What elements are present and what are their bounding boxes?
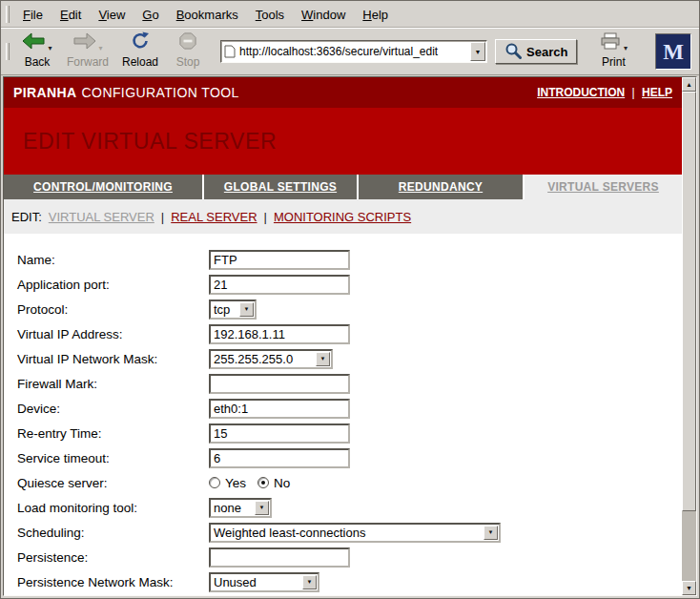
form-row: Re-entry Time: [17,421,682,445]
subnav: EDIT: VIRTUAL SERVER | REAL SERVER | MON… [4,199,682,234]
scrollbar-thumb[interactable] [682,92,696,511]
tab-bar: CONTROL/MONITORING GLOBAL SETTINGS REDUN… [4,175,682,199]
scheduling-select[interactable]: Weighted least-connections ▼ [209,523,501,543]
firewall-mark-input[interactable] [209,374,350,394]
url-bar: ▼ [220,40,487,63]
select-value: Weighted least-connections [211,526,484,540]
field-label: Persistence Network Mask: [17,575,209,589]
piranha-page: PIRANHACONFIGURATION TOOL INTRODUCTION |… [4,77,682,595]
reload-icon [131,31,150,53]
radio-label: No [274,476,290,490]
field-label: Re-entry Time: [17,426,209,441]
mozilla-logo[interactable]: M [655,33,691,70]
scroll-up-button[interactable]: ▲ [682,77,696,92]
search-label: Search [526,45,567,59]
menu-window[interactable]: Window [293,5,354,25]
print-icon [600,32,621,53]
form-row: Load monitoring tool: none ▼ [17,495,682,520]
vertical-scrollbar[interactable]: ▲ ▼ [682,77,696,595]
form-row: Device: [17,396,682,421]
field-label: Virtual IP Network Mask: [17,352,209,366]
menu-help[interactable]: Help [354,5,397,25]
service-timeout-input[interactable] [209,448,350,468]
menu-view[interactable]: View [90,5,134,25]
print-button[interactable]: ▾ Print [592,32,634,71]
protocol-select[interactable]: tcp ▼ [209,300,257,320]
search-icon [504,42,522,62]
subnav-monitoring-scripts[interactable]: MONITORING SCRIPTS [274,210,411,224]
tab-virtual-servers[interactable]: VIRTUAL SERVERS [525,175,682,199]
chevron-down-icon: ▼ [484,526,498,540]
reentry-time-input[interactable] [209,423,350,444]
select-value: 255.255.255.0 [211,352,316,366]
field-label: Virtual IP Address: [17,327,209,341]
form-row: Firewall Mark: [17,371,682,396]
tab-global-settings[interactable]: GLOBAL SETTINGS [204,175,357,199]
field-label: Protocol: [17,302,209,317]
back-dropdown-caret[interactable]: ▾ [48,44,51,53]
menu-file[interactable]: File [14,5,51,25]
subnav-separator: | [161,210,164,224]
menu-tools[interactable]: Tools [247,5,293,25]
header-links: INTRODUCTION | HELP [537,86,672,99]
form-row: Virtual IP Address: [17,321,682,346]
forward-dropdown-caret[interactable]: ▾ [99,44,103,53]
scroll-down-button[interactable]: ▼ [682,581,696,595]
form-row: Persistence Network Mask: Unused ▼ [17,569,682,594]
reload-button[interactable]: Reload [117,32,163,71]
browser-window: { "menubar": { "items": ["File", "Edit",… [0,0,700,599]
subnav-edit-label: EDIT: [11,210,42,224]
field-label: Persistence: [17,550,209,565]
introduction-link[interactable]: INTRODUCTION [537,86,625,99]
quiesce-no-radio[interactable] [257,477,269,488]
page-title: EDIT VIRTUAL SERVER [23,129,277,155]
quiesce-radio-group: Yes No [209,476,301,490]
header-link-separator: | [632,86,635,99]
select-value: Unused [211,575,302,589]
app-title: PIRANHACONFIGURATION TOOL [13,85,239,100]
virtual-ip-address-input[interactable] [209,324,350,344]
help-link[interactable]: HELP [642,86,672,99]
forward-icon [73,32,96,53]
form-row: Virtual IP Network Mask: 255.255.255.0 ▼ [17,346,682,371]
back-button[interactable]: ▾ Back [16,32,58,71]
field-label: Firewall Mark: [17,377,209,391]
url-dropdown-button[interactable]: ▼ [470,42,485,61]
forward-button[interactable]: ▾ Forward [62,32,113,71]
persistence-netmask-select[interactable]: Unused ▼ [209,572,319,592]
subnav-virtual-server: VIRTUAL SERVER [49,210,154,224]
menu-edit[interactable]: Edit [51,5,90,25]
field-label: Service timeout: [17,451,209,465]
select-value: tcp [211,302,239,317]
app-header: PIRANHACONFIGURATION TOOL INTRODUCTION |… [4,77,682,108]
print-dropdown-caret[interactable]: ▾ [624,44,628,53]
page-banner: EDIT VIRTUAL SERVER [4,108,682,175]
chevron-down-icon: ▼ [239,302,254,317]
application-port-input[interactable] [209,275,350,295]
menu-bar: File Edit View Go Bookmarks Tools Window… [1,2,699,28]
chevron-down-icon: ▼ [302,575,317,589]
tab-control-monitoring[interactable]: CONTROL/MONITORING [4,175,202,199]
menu-bookmarks[interactable]: Bookmarks [168,5,247,25]
search-button[interactable]: Search [495,39,577,64]
device-input[interactable] [209,399,350,419]
reload-label: Reload [122,55,158,69]
stop-button[interactable]: Stop [167,32,209,71]
virtual-ip-netmask-select[interactable]: 255.255.255.0 ▼ [209,349,333,369]
tab-redundancy[interactable]: REDUNDANCY [359,175,523,199]
menu-go[interactable]: Go [134,5,167,25]
persistence-input[interactable] [209,547,350,568]
toolbar-grippy[interactable] [6,43,10,60]
forward-label: Forward [67,55,109,69]
url-input[interactable] [237,43,470,60]
print-label: Print [602,55,626,69]
form-row: Name: [17,247,682,272]
subnav-real-server[interactable]: REAL SERVER [171,210,257,224]
menubar-grippy[interactable] [6,6,10,23]
form-row: Protocol: tcp ▼ [17,297,682,321]
back-icon [22,32,45,53]
quiesce-yes-radio[interactable] [209,477,220,488]
name-input[interactable] [209,250,350,270]
load-monitoring-select[interactable]: none ▼ [209,498,272,518]
virtual-server-form: Name: Application port: Protocol: tcp ▼ … [4,234,682,594]
